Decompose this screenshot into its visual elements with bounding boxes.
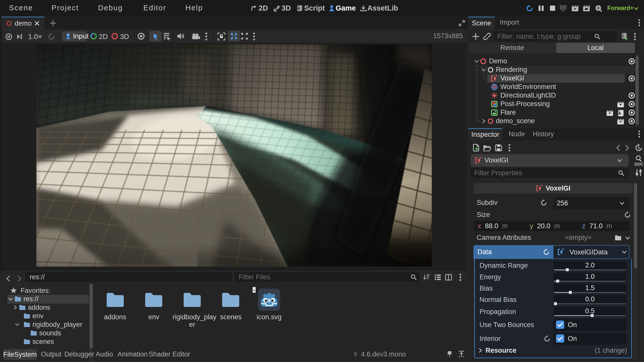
svg-text:DOC: DOC xyxy=(634,162,643,166)
